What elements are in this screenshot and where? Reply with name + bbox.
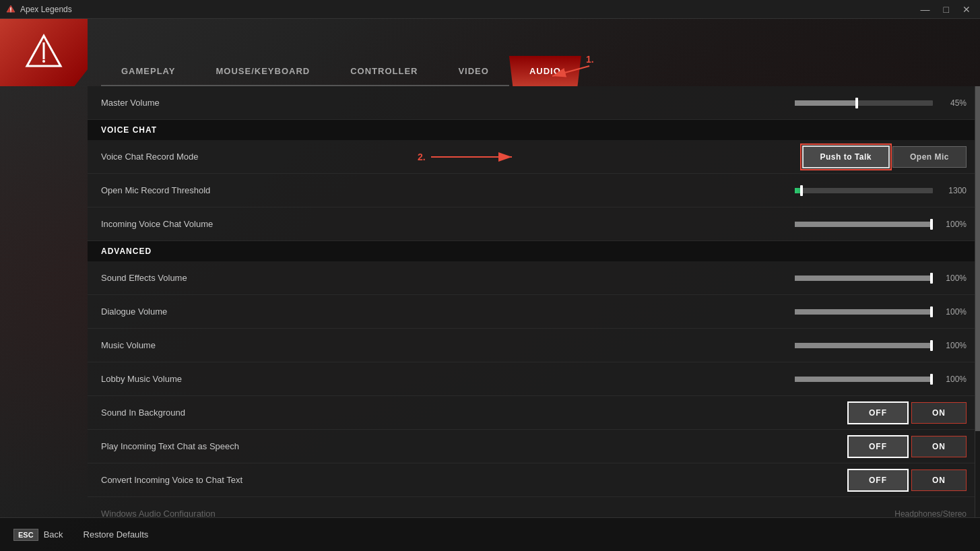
logo-area — [0, 19, 88, 86]
lobby-music-volume-fill — [795, 377, 933, 382]
tab-controller[interactable]: CONTROLLER — [330, 56, 438, 86]
play-incoming-text-control: Off On — [847, 435, 967, 458]
sound-in-background-control: Off On — [847, 401, 967, 424]
svg-text:1.: 1. — [586, 54, 594, 65]
convert-incoming-voice-control: Off On — [847, 469, 967, 492]
convert-incoming-voice-off-button[interactable]: Off — [847, 469, 909, 492]
window-title: Apex Legends — [20, 5, 917, 14]
sound-effects-volume-row: Sound Effects Volume 100% — [88, 261, 980, 295]
sound-effects-volume-control[interactable]: 100% — [795, 273, 967, 283]
incoming-voice-volume-slider[interactable] — [795, 222, 933, 227]
music-volume-control[interactable]: 100% — [795, 341, 967, 350]
push-to-talk-button[interactable]: Push to Talk — [802, 145, 890, 168]
master-volume-value: 45% — [940, 98, 967, 108]
windows-audio-label: Windows Audio Configuration — [101, 509, 894, 517]
content-area: Master Volume 45% VOICE CHAT Voice Chat … — [88, 86, 980, 517]
master-volume-slider[interactable] — [795, 100, 933, 106]
svg-point-2 — [10, 11, 11, 12]
master-volume-thumb[interactable] — [855, 98, 858, 108]
lobby-music-volume-thumb[interactable] — [930, 374, 933, 385]
sound-in-background-off-button[interactable]: Off — [847, 401, 909, 424]
open-mic-threshold-slider[interactable] — [795, 188, 933, 193]
incoming-voice-volume-label: Incoming Voice Chat Volume — [101, 219, 795, 229]
convert-incoming-voice-label: Convert Incoming Voice to Chat Text — [101, 475, 847, 485]
sound-effects-volume-fill — [795, 276, 933, 281]
lobby-music-volume-value: 100% — [940, 375, 967, 384]
dialogue-volume-thumb[interactable] — [930, 306, 933, 317]
music-volume-label: Music Volume — [101, 340, 795, 350]
scrollbar-track[interactable] — [975, 86, 980, 517]
sound-effects-volume-value: 100% — [940, 273, 967, 283]
back-button[interactable]: ESC Back — [13, 529, 63, 541]
windows-audio-value: Headphones/Stereo — [894, 509, 967, 518]
dialogue-volume-value: 100% — [940, 307, 967, 317]
master-volume-control[interactable]: 45% — [795, 98, 967, 108]
incoming-voice-volume-row: Incoming Voice Chat Volume 100% — [88, 207, 980, 241]
music-volume-thumb[interactable] — [930, 340, 933, 351]
svg-text:2.: 2. — [418, 152, 426, 162]
music-volume-value: 100% — [940, 341, 967, 350]
svg-point-5 — [42, 60, 45, 63]
open-mic-threshold-thumb[interactable] — [800, 185, 803, 196]
tab-video[interactable]: VIDEO — [438, 56, 509, 86]
dialogue-volume-label: Dialogue Volume — [101, 306, 795, 317]
tab-mouse-keyboard[interactable]: MOUSE/KEYBOARD — [195, 56, 330, 86]
open-mic-threshold-label: Open Mic Record Threshold — [101, 185, 795, 195]
restore-defaults-label: Restore Defaults — [84, 529, 149, 540]
incoming-voice-volume-control[interactable]: 100% — [795, 220, 967, 229]
app-icon — [5, 4, 16, 15]
sound-in-background-row: Sound In Background Off On — [88, 396, 980, 430]
lobby-music-volume-label: Lobby Music Volume — [101, 374, 795, 384]
close-button[interactable]: ✕ — [958, 4, 975, 15]
music-volume-slider[interactable] — [795, 343, 933, 348]
play-incoming-text-row: Play Incoming Text Chat as Speech Off On — [88, 430, 980, 463]
master-volume-fill — [795, 100, 857, 106]
apex-logo — [24, 32, 64, 73]
window-controls[interactable]: — □ ✕ — [917, 4, 975, 15]
dialogue-volume-fill — [795, 309, 933, 315]
tab-gameplay[interactable]: GAMEPLAY — [101, 56, 195, 86]
play-incoming-text-off-button[interactable]: Off — [847, 435, 909, 458]
play-incoming-text-label: Play Incoming Text Chat as Speech — [101, 441, 847, 451]
sound-effects-volume-thumb[interactable] — [930, 273, 933, 284]
sound-in-background-on-button[interactable]: On — [911, 402, 967, 424]
dialogue-volume-slider[interactable] — [795, 309, 933, 315]
scrollbar-thumb[interactable] — [975, 86, 980, 431]
incoming-voice-volume-thumb[interactable] — [930, 219, 933, 230]
header: GAMEPLAY MOUSE/KEYBOARD CONTROLLER VIDEO… — [0, 19, 980, 86]
lobby-music-volume-row: Lobby Music Volume 100% — [88, 362, 980, 396]
back-label: Back — [44, 529, 63, 540]
lobby-music-volume-slider[interactable] — [795, 377, 933, 382]
footer: ESC Back Restore Defaults — [0, 517, 980, 551]
esc-badge: ESC — [13, 529, 38, 541]
sound-effects-volume-slider[interactable] — [795, 276, 933, 281]
open-mic-threshold-control[interactable]: 1300 — [795, 186, 967, 195]
annotation-2-arrow: 2. — [418, 147, 525, 167]
voice-chat-section-header: VOICE CHAT — [88, 120, 980, 140]
main-window: GAMEPLAY MOUSE/KEYBOARD CONTROLLER VIDEO… — [0, 19, 980, 551]
incoming-voice-volume-value: 100% — [940, 220, 967, 229]
settings-panel[interactable]: Master Volume 45% VOICE CHAT Voice Chat … — [88, 86, 980, 517]
restore-defaults-button[interactable]: Restore Defaults — [84, 529, 149, 540]
svg-line-7 — [552, 66, 589, 76]
music-volume-row: Music Volume 100% — [88, 329, 980, 362]
maximize-button[interactable]: □ — [940, 4, 953, 15]
voice-chat-record-mode-row: Voice Chat Record Mode 2. Pus — [88, 140, 980, 174]
master-volume-row: Master Volume 45% — [88, 86, 980, 120]
windows-audio-control: Headphones/Stereo — [894, 509, 967, 518]
play-incoming-text-on-button[interactable]: On — [911, 436, 967, 457]
lobby-music-volume-control[interactable]: 100% — [795, 375, 967, 384]
music-volume-fill — [795, 343, 933, 348]
advanced-section-header: ADVANCED — [88, 241, 980, 261]
sound-in-background-label: Sound In Background — [101, 408, 847, 418]
nav-tabs: GAMEPLAY MOUSE/KEYBOARD CONTROLLER VIDEO… — [101, 19, 581, 86]
dialogue-volume-row: Dialogue Volume 100% — [88, 295, 980, 329]
convert-incoming-voice-on-button[interactable]: On — [911, 469, 967, 491]
minimize-button[interactable]: — — [917, 4, 934, 15]
convert-incoming-voice-row: Convert Incoming Voice to Chat Text Off … — [88, 463, 980, 497]
push-to-talk-wrapper: Push to Talk — [802, 145, 890, 168]
dialogue-volume-control[interactable]: 100% — [795, 307, 967, 317]
sound-effects-volume-label: Sound Effects Volume — [101, 273, 795, 283]
open-mic-button[interactable]: Open Mic — [892, 146, 967, 168]
open-mic-threshold-value: 1300 — [940, 186, 967, 195]
